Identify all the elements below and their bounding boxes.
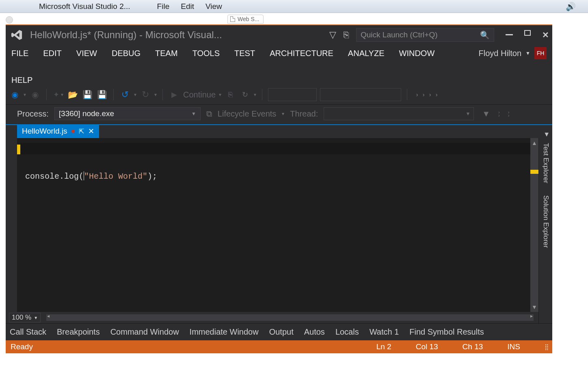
user-name: Floyd Hilton — [479, 49, 522, 58]
minimize-button[interactable] — [506, 34, 513, 35]
menu-debug[interactable]: DEBUG — [112, 49, 141, 58]
redo-caret[interactable]: ▾ — [154, 92, 157, 97]
side-tab-solution-explorer[interactable]: Solution Explorer — [541, 193, 551, 250]
editor-area: ⇔ console.log("Hello World"); ▲ ▼ — [6, 138, 552, 323]
redo-button[interactable]: ↻ — [140, 89, 151, 100]
save-all-button[interactable]: 💾 — [96, 89, 108, 100]
process-select[interactable]: [3360] node.exe ▼ — [54, 107, 201, 120]
quick-launch-input[interactable]: Quick Launch (Ctrl+Q) 🔍 — [356, 28, 494, 42]
menu-test[interactable]: TEST — [234, 49, 255, 58]
title-bar-icons: ▽ ⎘ — [329, 30, 349, 40]
status-column: Col 13 — [416, 342, 438, 351]
tool-tab-command-window[interactable]: Command Window — [110, 327, 179, 337]
menu-analyze[interactable]: ANALYZE — [348, 49, 385, 58]
tool-tab-watch-1[interactable]: Watch 1 — [370, 327, 399, 337]
background-tab-label: Web S... — [238, 16, 259, 22]
menu-help[interactable]: HELP — [11, 76, 32, 84]
thread-select[interactable]: ▼ — [324, 107, 474, 120]
new-project-button[interactable]: ✦ — [52, 89, 64, 100]
browser-link-button[interactable]: ⎘ — [225, 89, 236, 100]
tool-tab-find-symbol[interactable]: Find Symbol Results — [409, 327, 484, 337]
background-tab: Web S... — [227, 15, 264, 24]
nav-back-button[interactable]: ◉ — [9, 89, 20, 100]
lifecycle-icon[interactable]: ⧉ — [206, 109, 212, 119]
continue-caret[interactable]: ▾ — [219, 92, 221, 97]
vertical-scrollbar[interactable]: ▲ ▼ — [530, 138, 538, 312]
horizontal-scrollbar[interactable] — [46, 314, 534, 321]
continue-label[interactable]: Continue — [183, 90, 216, 99]
zoom-select[interactable]: 100 % ▼ — [9, 313, 41, 322]
tool-tab-locals[interactable]: Locals — [335, 327, 359, 337]
scroll-up-icon[interactable]: ▲ — [532, 138, 537, 148]
volume-icon[interactable]: 🔊 — [566, 2, 576, 11]
scrollbar-track[interactable] — [530, 148, 538, 302]
menu-edit[interactable]: EDIT — [43, 49, 62, 58]
toolbar-combo-2[interactable] — [320, 88, 401, 101]
pin-icon[interactable]: ⇱ — [79, 128, 84, 135]
undo-caret[interactable]: ▾ — [134, 92, 136, 97]
notifications-icon[interactable]: ▽ — [329, 30, 336, 40]
save-button[interactable]: 💾 — [82, 89, 93, 100]
lifecycle-label[interactable]: Lifecycle Events — [218, 109, 277, 119]
window-title: HelloWorld.js* (Running) - Microsoft Vis… — [30, 29, 222, 41]
continue-button[interactable]: ▶ — [169, 89, 180, 100]
status-line: Ln 2 — [376, 342, 391, 351]
status-ready: Ready — [11, 342, 33, 351]
menu-view[interactable]: VIEW — [76, 49, 97, 58]
menu-team[interactable]: TEAM — [155, 49, 178, 58]
thread-label: Thread: — [290, 109, 318, 119]
menu-architecture[interactable]: ARCHITECTURE — [270, 49, 333, 58]
debug-overflow-2[interactable]: ›› — [508, 110, 510, 117]
nav-back-caret[interactable]: ▾ — [24, 92, 26, 97]
undo-button[interactable]: ↻ — [119, 89, 131, 100]
menu-tools[interactable]: TOOLS — [192, 49, 220, 58]
refresh-button[interactable]: ↻ — [239, 89, 251, 100]
open-file-button[interactable]: 📂 — [67, 89, 78, 100]
mac-menu-bar: Microsoft Visual Studio 2... File Edit V… — [0, 0, 588, 13]
code-editor[interactable]: console.log("Hello World"); ▲ ▼ — [6, 138, 538, 312]
editor-pane: ⇔ console.log("Hello World"); ▲ ▼ — [6, 138, 538, 323]
background-window-traffic-light — [6, 16, 13, 24]
code-token: ); — [147, 172, 157, 181]
debug-overflow[interactable]: ›› — [498, 110, 500, 117]
bottom-tool-tabs: Call Stack Breakpoints Command Window Im… — [6, 323, 552, 340]
chevron-down-icon: ▼ — [525, 50, 530, 56]
resize-grip-icon[interactable]: ⣿ — [545, 344, 547, 350]
side-tab-test-explorer[interactable]: Test Explorer — [541, 141, 551, 186]
chevron-down-icon: ▼ — [191, 111, 196, 117]
process-label: Process: — [17, 109, 49, 119]
mac-menu-file[interactable]: File — [157, 2, 170, 11]
filter-icon[interactable]: ▼ — [482, 109, 490, 119]
status-bar: Ready Ln 2 Col 13 Ch 13 INS ⣿ — [6, 340, 552, 353]
lifecycle-caret[interactable]: ▾ — [282, 111, 284, 117]
standard-toolbar: ◉ ▾ ◉ ✦ 📂 💾 💾 ↻ ▾ ↻ ▾ ▶ Continue ▾ ⎘ ↻ ▾… — [6, 85, 552, 105]
close-tab-icon[interactable]: ✕ — [88, 127, 94, 136]
tool-tab-immediate-window[interactable]: Immediate Window — [190, 327, 259, 337]
process-value: [3360] node.exe — [59, 109, 114, 118]
maximize-button[interactable] — [524, 30, 531, 36]
status-ins: INS — [507, 342, 520, 351]
user-area[interactable]: Floyd Hilton ▼ FH — [479, 47, 547, 59]
nav-forward-button[interactable]: ◉ — [29, 89, 41, 100]
modified-line-marker — [17, 145, 20, 154]
visual-studio-logo-icon — [11, 29, 23, 41]
tool-tab-call-stack[interactable]: Call Stack — [10, 327, 46, 337]
refresh-caret[interactable]: ▾ — [254, 92, 256, 97]
user-avatar: FH — [534, 47, 547, 59]
tab-list-dropdown[interactable]: ▼ — [543, 131, 550, 138]
mac-menu-view[interactable]: View — [205, 2, 222, 11]
tool-tab-breakpoints[interactable]: Breakpoints — [57, 327, 100, 337]
document-tab-active[interactable]: HelloWorld.js ⇱ ✕ — [17, 124, 99, 138]
document-tab-strip: HelloWorld.js ⇱ ✕ ▼ — [6, 124, 552, 138]
scroll-down-icon[interactable]: ▼ — [532, 302, 537, 312]
tool-tab-output[interactable]: Output — [269, 327, 294, 337]
mac-app-title[interactable]: Microsoft Visual Studio 2... — [39, 2, 130, 11]
menu-window[interactable]: WINDOW — [399, 49, 435, 58]
editor-footer: 100 % ▼ — [6, 312, 538, 323]
mac-menu-edit[interactable]: Edit — [181, 2, 194, 11]
close-button[interactable]: ✕ — [542, 30, 549, 40]
menu-file[interactable]: FILE — [11, 49, 28, 58]
tool-tab-autos[interactable]: Autos — [304, 327, 325, 337]
feedback-icon[interactable]: ⎘ — [344, 30, 349, 40]
toolbar-combo-1[interactable] — [268, 88, 317, 101]
